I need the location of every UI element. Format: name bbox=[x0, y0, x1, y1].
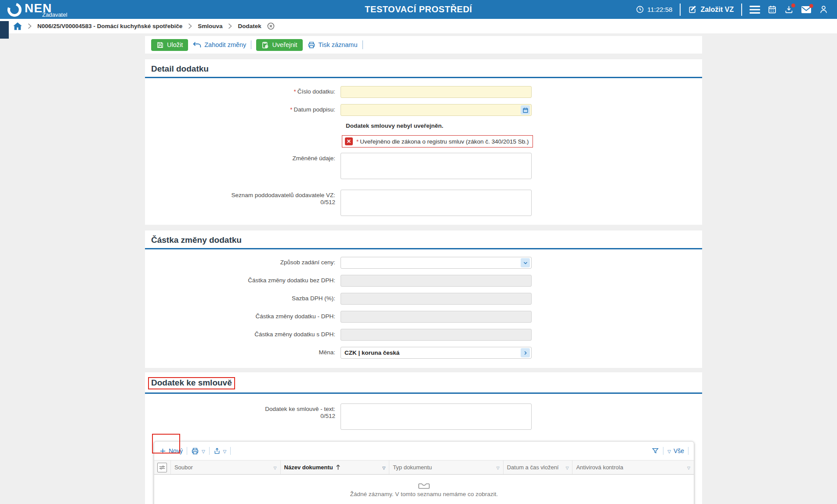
undo-icon bbox=[193, 42, 201, 48]
empty-tray-icon bbox=[418, 483, 430, 489]
column-settings-button[interactable] bbox=[154, 461, 171, 474]
chevron-right-icon bbox=[28, 23, 32, 29]
clock-icon bbox=[636, 5, 644, 14]
menu-button[interactable] bbox=[750, 5, 760, 14]
column-settings-icon bbox=[159, 465, 165, 470]
breadcrumb-item-procurement[interactable]: N006/25/V00004583 - Domácí kuchyňské spo… bbox=[37, 23, 182, 29]
hamburger-icon bbox=[750, 5, 760, 14]
column-header-soubor[interactable]: Soubor bbox=[171, 461, 281, 474]
chevron-right-icon bbox=[228, 23, 232, 29]
calendar-icon bbox=[522, 107, 529, 113]
zpusob-zadani-ceny-select[interactable] bbox=[341, 257, 532, 269]
close-tab-button[interactable] bbox=[267, 22, 275, 30]
select-dropdown-button[interactable] bbox=[521, 258, 530, 267]
create-vz-label: Založit VZ bbox=[700, 6, 734, 14]
publish-icon bbox=[261, 41, 269, 49]
calendar-button[interactable] bbox=[768, 5, 777, 14]
dropdown-triangle-icon bbox=[223, 447, 227, 454]
documents-table-header: Soubor Název dokumentu Typ dokumentu Dat… bbox=[154, 460, 694, 475]
registry-label: Uveřejněno dle zákona o registru smluv (… bbox=[360, 138, 529, 145]
new-document-label: Nový bbox=[169, 447, 183, 454]
toolbar-separator bbox=[251, 40, 251, 49]
toolbar-separator bbox=[663, 447, 663, 455]
toolbar-separator bbox=[209, 447, 210, 455]
messages-button[interactable] bbox=[801, 5, 812, 14]
sort-ascending-icon bbox=[336, 464, 341, 470]
section-title: Detail dodatku bbox=[151, 64, 209, 74]
calendar-icon bbox=[768, 5, 777, 14]
clock-time: 11:22:58 bbox=[647, 6, 672, 13]
downloads-button[interactable] bbox=[784, 5, 794, 14]
publish-label: Uveřejnit bbox=[272, 41, 297, 48]
toolbar-separator bbox=[230, 447, 231, 455]
header-separator bbox=[680, 4, 681, 16]
toolbar-separator bbox=[688, 447, 688, 455]
new-document-button[interactable]: Nový bbox=[159, 447, 183, 454]
cislo-dodatku-input[interactable] bbox=[341, 86, 532, 98]
save-icon bbox=[156, 41, 164, 49]
publish-button[interactable]: Uveřejnit bbox=[256, 39, 302, 51]
column-filter-icon[interactable] bbox=[274, 464, 277, 471]
nen-logo[interactable]: NEN Zadavatel bbox=[0, 0, 52, 19]
close-icon bbox=[267, 22, 275, 30]
column-header-typ-dokumentu[interactable]: Typ dokumentu bbox=[389, 461, 504, 474]
dropdown-triangle-icon bbox=[202, 447, 205, 454]
field-label: Částka změny dodatku s DPH: bbox=[145, 329, 341, 338]
plus-icon bbox=[159, 448, 166, 454]
discard-changes-button[interactable]: Zahodit změny bbox=[193, 41, 246, 48]
person-icon bbox=[819, 5, 828, 14]
export-icon bbox=[214, 447, 221, 455]
chevron-right-icon bbox=[188, 23, 192, 29]
castka-dph-input bbox=[341, 311, 532, 323]
char-counter: 0/512 bbox=[320, 413, 335, 419]
section-detail-dodatku: Detail dodatku *Číslo dodatku: *Datum po… bbox=[145, 59, 702, 225]
home-button[interactable] bbox=[13, 22, 22, 30]
mena-field[interactable]: CZK | koruna česká bbox=[341, 347, 532, 359]
dodatek-text-textarea[interactable] bbox=[341, 403, 532, 430]
field-label: Částka změny dodatku - DPH: bbox=[145, 311, 341, 320]
field-label: Částka změny dodatku bez DPH: bbox=[145, 275, 341, 284]
chevron-down-icon bbox=[523, 260, 528, 266]
breadcrumb-item-contract[interactable]: Smlouva bbox=[198, 23, 222, 29]
column-filter-icon[interactable] bbox=[566, 464, 569, 471]
column-filter-icon[interactable] bbox=[496, 464, 500, 471]
view-all-button[interactable]: Vše bbox=[667, 447, 684, 454]
sidebar-edge-tab[interactable] bbox=[0, 21, 9, 39]
dropdown-triangle-icon bbox=[667, 447, 671, 454]
field-label: Změněné údaje: bbox=[145, 153, 341, 162]
breadcrumb-item-addendum[interactable]: Dodatek bbox=[238, 23, 261, 29]
column-filter-icon[interactable] bbox=[382, 464, 385, 471]
registry-validation-error: *Uveřejněno dle zákona o registru smluv … bbox=[342, 135, 533, 148]
environment-title: TESTOVACÍ PROSTŘEDÍ bbox=[365, 4, 472, 14]
seznam-poddodavatelu-textarea[interactable] bbox=[341, 190, 532, 216]
save-button[interactable]: Uložit bbox=[151, 39, 188, 51]
export-button[interactable] bbox=[214, 447, 227, 455]
column-header-nazev-dokumentu[interactable]: Název dokumentu bbox=[281, 461, 390, 474]
print-table-button[interactable] bbox=[191, 447, 205, 455]
datum-podpisu-input[interactable] bbox=[341, 104, 532, 116]
column-header-datum-vlozeni[interactable]: Datum a čas vložení bbox=[504, 461, 573, 474]
create-vz-button[interactable]: Založit VZ bbox=[688, 5, 734, 14]
discard-changes-label: Zahodit změny bbox=[204, 41, 246, 48]
empty-message: Žádné záznamy. V tomto seznamu nemáme co… bbox=[350, 491, 498, 497]
column-filter-icon[interactable] bbox=[687, 464, 690, 471]
zmenene-udaje-textarea[interactable] bbox=[341, 153, 532, 179]
view-all-label: Vše bbox=[674, 447, 684, 454]
user-button[interactable] bbox=[819, 5, 828, 14]
column-header-antivirova-kontrola[interactable]: Antivirová kontrola bbox=[572, 461, 694, 474]
edit-icon bbox=[688, 5, 697, 14]
date-picker-button[interactable] bbox=[521, 105, 530, 115]
section-title-annotated: Dodatek ke smlouvě bbox=[148, 377, 235, 389]
section-title: Částka změny dodatku bbox=[151, 235, 242, 245]
filter-button[interactable] bbox=[652, 447, 659, 454]
documents-toolbar: Nový bbox=[154, 442, 694, 460]
print-record-button[interactable]: Tisk záznamu bbox=[308, 41, 358, 49]
documents-table-card: Nový bbox=[154, 441, 694, 504]
printer-icon bbox=[308, 41, 315, 49]
castka-s-dph-input bbox=[341, 329, 532, 341]
mena-open-button[interactable] bbox=[521, 348, 530, 357]
section-castka-zmeny: Částka změny dodatku Způsob zadání ceny:… bbox=[145, 230, 702, 368]
not-published-note: Dodatek smlouvy nebyl uveřejněn. bbox=[346, 122, 702, 130]
home-icon bbox=[13, 22, 22, 30]
field-label: *Datum podpisu: bbox=[145, 104, 341, 113]
